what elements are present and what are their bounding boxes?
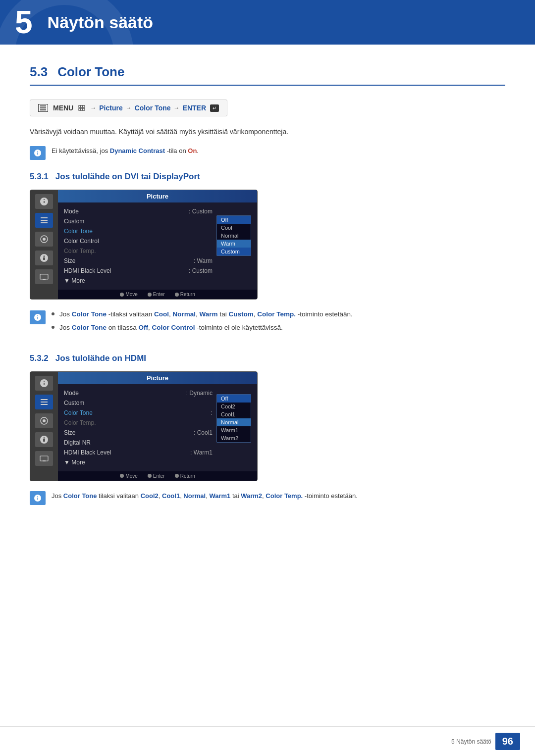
menu-label: MENU [53,104,73,112]
tv-dropdown-1: Off Cool Normal Warm Custom [216,215,251,256]
note2-t2: , [159,492,162,500]
bullet-dot-2 [52,326,54,329]
tv-row-custom: Custom [64,216,213,226]
tv-btn-enter: Enter [148,292,165,297]
tv-row-colorcontrol: Color Control [64,236,213,246]
tv-dropdown-warm: Warm [217,240,251,248]
tv-sidebar-2 [30,372,58,481]
svg-rect-1 [40,107,46,108]
page-number: 96 [495,733,520,750]
bullets-container-1: Jos Color Tone -tilaksi valitaan Cool, N… [30,309,505,336]
tv-row-mode: Mode : Custom [64,206,213,216]
tv-more-label: ▼ More [64,277,213,284]
svg-rect-7 [81,105,83,107]
sub-number-1: 5.3.1 [30,172,49,182]
svg-rect-5 [79,108,81,110]
tv2-icon-4 [35,432,53,447]
tv-main-1: Picture Mode : Custom Custom [58,190,257,299]
tv-row-colortone: Color Tone [64,226,213,236]
bullet-dot-1 [52,312,54,315]
svg-rect-10 [41,220,48,221]
sub-number-2: 5.3.2 [30,353,49,363]
tv-custom-label: Custom [64,218,213,225]
section-number: 5.3 [30,64,48,80]
dot-move [120,293,124,297]
svg-rect-18 [41,404,48,405]
tv-mockup-inner-1: Picture Mode : Custom Custom [30,190,257,299]
sub-section-2: 5.3.2 Jos tulolähde on HDMI [30,353,505,505]
tv-main-2: Picture Mode : Dynamic Custom [58,372,257,481]
sub-heading-2: 5.3.2 Jos tulolähde on HDMI [30,353,505,363]
move2-label: Move [125,473,137,479]
tv2-dropdown-off: Off [217,395,251,403]
menu-picture: Picture [99,104,122,112]
tv-mockup-2: Picture Mode : Dynamic Custom [30,371,258,481]
bullet-text-1: Jos Color Tone -tilaksi valitaan Cool, N… [59,309,353,319]
bullet-row-2: Jos Color Tone on tilassa Off, Color Con… [52,323,505,333]
tv2-hdmi-value: : Warm1 [190,449,213,456]
arrow3: → [174,104,180,111]
enter2-label: Enter [153,473,165,479]
tv-icon-5 [35,269,53,284]
tv-hdmi-value: : Custom [189,267,213,274]
tv2-row-digitalnr: Digital NR [64,438,213,448]
arrow1: → [90,104,96,111]
sub-title-1: Jos tulolähde on DVI tai DisplayPort [55,172,200,182]
move-label: Move [125,292,137,297]
arrow2: → [126,104,132,111]
tv-dropdown-custom: Custom [217,248,251,255]
note2-h7: Color Temp. [266,492,303,500]
dot2-enter [148,474,152,478]
tv2-mode-label: Mode [64,390,186,397]
sub-title-2: Jos tulolähde on HDMI [55,353,146,363]
note2-h2: Cool2 [141,492,159,500]
dot-return [175,293,179,297]
header-bar: 5 Näytön säätö [0,0,535,45]
tv-row-hdmi: HDMI Black Level : Custom [64,266,213,276]
tv-mode-value: : Custom [189,208,213,215]
tv2-mode-value: : Dynamic [186,390,213,397]
tv2-row-more: ▼ More [64,457,213,467]
note1-h1: Dynamic Contrast [110,147,165,154]
tv2-size-label: Size [64,429,194,436]
tv-row-more: ▼ More [64,276,213,286]
tv2-digitalnr-label: Digital NR [64,439,213,446]
menu-grid-icon [77,104,86,112]
menu-color-tone: Color Tone [135,104,171,112]
tv2-row-size: Size : Cool1 [64,428,213,438]
return-label: Return [180,292,195,297]
tv2-dropdown-warm2: Warm2 [217,434,251,442]
tv2-btn-return: Return [175,473,195,479]
tv2-icon-5 [35,451,53,466]
tv-btn-move: Move [120,292,137,297]
tv2-dropdown-warm1: Warm1 [217,426,251,434]
note-icon-1 [30,146,46,160]
tv2-colortemp-label: Color Temp. [64,419,213,426]
tv-mockup-wrap-1: Picture Mode : Custom Custom [30,190,505,309]
intro-text: Värisävyjä voidaan muuttaa. Käyttäjä voi… [30,126,505,137]
svg-rect-15 [43,279,46,280]
tv-size-value: : Warm [194,257,213,264]
svg-point-20 [43,419,46,422]
tv-title-2: Picture [58,372,257,384]
return2-label: Return [180,473,195,479]
chapter-title: Näytön säätö [48,13,154,32]
svg-rect-6 [83,108,85,110]
tv2-row-colortone: Color Tone : [64,408,213,418]
tv2-icon-1 [35,376,53,391]
tv-bottom-1: Move Enter Return [58,290,257,299]
tv-size-label: Size [64,257,194,264]
tv2-more-label: ▼ More [64,459,213,466]
chapter-number: 5 [15,6,33,38]
tv-mockup-inner-2: Picture Mode : Dynamic Custom [30,372,257,481]
note2-h3: Cool1 [162,492,180,500]
svg-rect-22 [43,460,46,461]
tv2-icon-3 [35,413,53,428]
tv-icon-2 [35,213,53,228]
dot2-move [120,474,124,478]
tv2-dropdown-cool2: Cool2 [217,403,251,410]
tv2-row-colortemp: Color Temp. [64,418,213,428]
note1-before: Ei käytettävissä, jos [52,147,110,154]
note2-h1: Color Tone [63,492,97,500]
tv-menu-list-2: Mode : Dynamic Custom Color Tone : [58,384,257,471]
